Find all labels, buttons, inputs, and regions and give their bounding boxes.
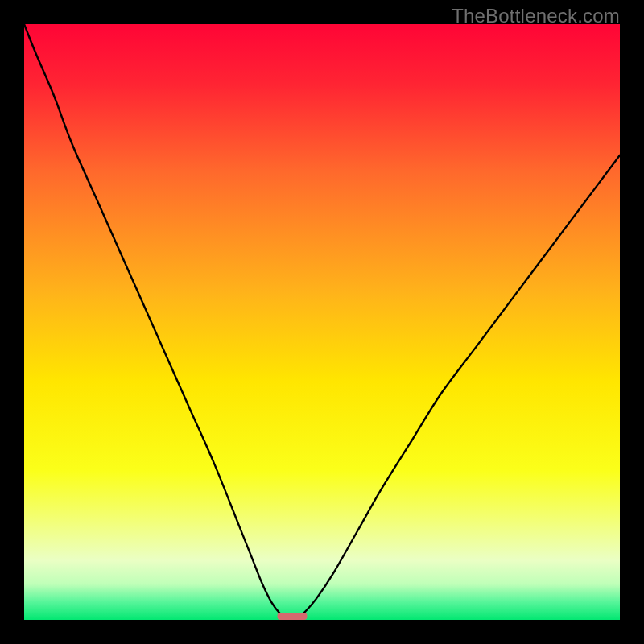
bottleneck-chart (24, 24, 620, 620)
bottleneck-marker (278, 613, 308, 620)
chart-frame (24, 24, 620, 620)
gradient-background (24, 24, 620, 620)
